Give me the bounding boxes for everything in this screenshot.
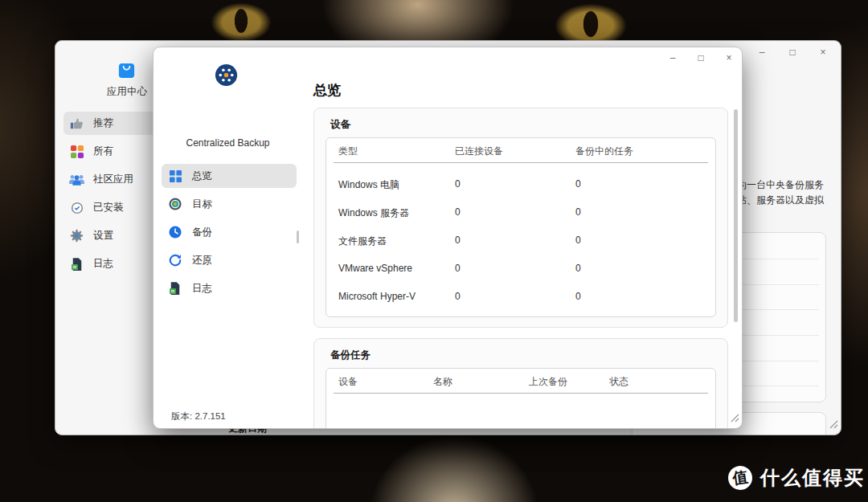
people-icon — [69, 173, 84, 186]
resize-grip[interactable] — [829, 418, 838, 432]
log-file-icon — [69, 258, 84, 271]
restore-arrow-icon — [168, 254, 182, 267]
nav-item-label: 日志 — [192, 282, 212, 296]
app-center-sidebar: 推荐 所有 — [63, 112, 157, 280]
sidebar-item-label: 日志 — [93, 257, 113, 271]
devices-table: 类型 已连接设备 备份中的任务 Windows 电脑 0 0 Windows 服… — [326, 137, 716, 317]
maximize-button[interactable]: □ — [786, 45, 799, 59]
column-header: 状态 — [609, 375, 628, 389]
minimize-button[interactable]: – — [666, 51, 679, 65]
sidebar-item-installed[interactable]: 已安装 — [63, 196, 157, 219]
close-button[interactable]: × — [723, 51, 735, 65]
device-type: Microsoft Hyper-V — [338, 291, 416, 302]
device-connected: 0 — [455, 178, 461, 190]
sidebar-item-settings[interactable]: 设置 — [63, 224, 157, 247]
desktop-background: { "watermark": { "logo_char": "值", "bran… — [0, 0, 868, 502]
app-center-title: 应用中心 — [95, 85, 159, 99]
version-label: 版本: 2.7.151 — [171, 410, 226, 422]
device-connected: 0 — [455, 235, 461, 246]
nav-item-label: 备份 — [192, 226, 212, 239]
thumbs-up-icon — [69, 116, 84, 130]
nav-item-label: 还原 — [192, 254, 212, 267]
sidebar-item-label: 社区应用 — [93, 173, 133, 186]
devices-panel-title: 设备 — [330, 118, 350, 132]
grid-apps-icon — [69, 145, 84, 158]
column-header: 类型 — [338, 145, 358, 158]
device-tasks: 0 — [575, 291, 581, 302]
smzdm-watermark: 值 什么值得买 — [728, 465, 865, 491]
nav-item-backup[interactable]: 备份 — [162, 220, 297, 244]
minimize-button[interactable]: – — [755, 45, 768, 59]
device-connected: 0 — [455, 206, 461, 218]
device-type: Windows 服务器 — [338, 206, 409, 220]
content-scrollbar-thumb[interactable] — [734, 109, 738, 322]
header-divider — [334, 393, 708, 394]
backup-clock-icon — [168, 226, 182, 239]
device-type: VMware vSphere — [338, 263, 412, 274]
device-tasks: 0 — [575, 263, 581, 274]
column-header: 备份中的任务 — [575, 145, 633, 158]
log-file-icon — [168, 282, 182, 295]
device-tasks: 0 — [575, 206, 581, 218]
nav-item-log[interactable]: 日志 — [162, 276, 297, 300]
column-header: 设备 — [338, 375, 358, 389]
column-header: 已连接设备 — [455, 145, 503, 158]
device-tasks: 0 — [575, 235, 581, 246]
nav-item-label: 总览 — [192, 169, 212, 183]
sidebar-item-label: 已安装 — [93, 201, 124, 214]
centralized-backup-window: – □ × Centralized Backup 总览 — [153, 47, 743, 429]
nav-item-restore[interactable]: 还原 — [162, 248, 297, 272]
sidebar-item-recommended[interactable]: 推荐 — [63, 112, 157, 135]
sidebar-item-label: 设置 — [93, 229, 113, 243]
hub-icon — [215, 63, 238, 90]
maximize-button[interactable]: □ — [694, 51, 707, 65]
smzdm-logo-icon: 值 — [727, 464, 754, 492]
device-connected: 0 — [455, 291, 461, 302]
backup-tasks-panel: 备份任务 设备 名称 上次备份 状态 — [313, 338, 728, 429]
nav-item-overview[interactable]: 总览 — [162, 164, 297, 188]
sidebar-item-label: 推荐 — [93, 116, 113, 130]
device-type: Windows 电脑 — [338, 178, 399, 192]
backup-tasks-panel-title: 备份任务 — [330, 349, 371, 362]
devices-panel: 设备 类型 已连接设备 备份中的任务 Windows 电脑 0 0 Window… — [313, 108, 728, 328]
smzdm-brand-text: 什么值得买 — [760, 465, 865, 491]
sidebar-item-all[interactable]: 所有 — [63, 140, 157, 163]
sidebar-item-log[interactable]: 日志 — [63, 252, 157, 275]
app-name: Centralized Backup — [154, 137, 302, 149]
page-title: 总览 — [313, 81, 341, 100]
nav-item-label: 目标 — [192, 198, 212, 211]
backup-nav: 总览 目标 备份 — [162, 164, 297, 304]
installed-check-icon — [69, 202, 84, 214]
header-divider — [334, 162, 708, 163]
device-type: 文件服务器 — [338, 235, 387, 248]
device-connected: 0 — [455, 263, 461, 274]
sidebar-item-label: 所有 — [93, 145, 113, 158]
backup-tasks-table: 设备 名称 上次备份 状态 — [326, 368, 716, 429]
overview-grid-icon — [168, 170, 182, 182]
target-icon — [168, 198, 182, 210]
gear-icon — [69, 229, 84, 243]
sidebar-item-community[interactable]: 社区应用 — [63, 168, 157, 191]
device-tasks: 0 — [575, 178, 581, 190]
column-header: 名称 — [433, 375, 452, 389]
column-header: 上次备份 — [529, 375, 567, 389]
close-button[interactable]: × — [817, 45, 829, 59]
app-description: 为一台中央备份服务 站、服务器以及虚拟 — [737, 178, 824, 208]
app-center-bag-icon — [117, 61, 136, 83]
sidebar-scrollbar-thumb[interactable] — [297, 231, 299, 243]
nav-item-target[interactable]: 目标 — [162, 192, 297, 216]
resize-grip[interactable] — [730, 411, 739, 426]
